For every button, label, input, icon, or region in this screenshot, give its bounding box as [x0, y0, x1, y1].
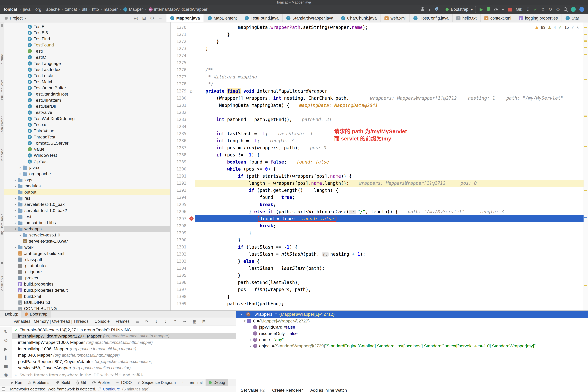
code-line-1281[interactable]: 1281 MappingData mappingData) {mappingDa…: [170, 102, 584, 109]
project-tree-item[interactable]: ▸res: [4, 195, 170, 202]
code-line-1280[interactable]: 1280 (Wrapper[] wrappers, int nesting, C…: [170, 94, 584, 102]
stripe-mark[interactable]: [584, 146, 587, 148]
project-tree-item[interactable]: cTestEl3: [4, 30, 170, 36]
breadcrumb-item[interactable]: tomcat: [64, 7, 77, 12]
code-line-1303[interactable]: 1303 } else {: [170, 258, 584, 265]
line-number-gutter[interactable]: 1270: [170, 24, 194, 31]
build-project-icon[interactable]: [434, 6, 439, 12]
project-tree-item[interactable]: .gitignore: [4, 269, 170, 275]
breadcrumb-item[interactable]: java: [23, 7, 30, 12]
line-number-gutter[interactable]: 1300: [170, 236, 194, 244]
git-push-icon[interactable]: ↥: [541, 7, 545, 12]
editor-tab[interactable]: xweb.xml: [381, 14, 410, 22]
tree-toggle-icon[interactable]: ▸: [13, 215, 18, 218]
line-number-gutter[interactable]: 1282: [170, 109, 194, 116]
line-number-gutter[interactable]: 1291: [170, 172, 194, 180]
project-tree-item[interactable]: ▸tomcat-build-libs: [4, 220, 170, 226]
project-tree-item[interactable]: cTestxx: [4, 122, 170, 128]
project-tree-item[interactable]: ▸servelet-test-1.0: [4, 232, 170, 238]
help-icon[interactable]: [580, 7, 584, 12]
project-tree-item[interactable]: .gitattributes: [4, 262, 170, 269]
project-tree-item[interactable]: output: [4, 189, 170, 195]
line-number-gutter[interactable]: 1303: [170, 258, 194, 265]
breadcrumb-item[interactable]: apache: [46, 7, 60, 12]
status-bar-sequence-diagram[interactable]: ⇄Sequence Diagram: [135, 379, 179, 386]
debug-button[interactable]: [487, 7, 490, 12]
variables-action-add-as-inline-watch[interactable]: Add as Inline Watch: [310, 388, 347, 392]
line-number-gutter[interactable]: 1271: [170, 31, 194, 38]
project-tree-item[interactable]: ▸logs: [4, 177, 170, 183]
variable-row[interactable]: fjspWildCard = false: [236, 324, 588, 330]
project-tree-item[interactable]: x.ant-targets-build.xml: [4, 250, 170, 256]
project-tree-item[interactable]: cTestStandardHost: [4, 91, 170, 97]
editor-tab[interactable]: cHostConfig.java: [410, 14, 452, 22]
code-line-1292[interactable]: 1292 length = wrappers[pos].name.length(…: [170, 180, 584, 187]
project-tree-item[interactable]: ▸javax: [4, 164, 170, 171]
project-tree-item[interactable]: IValue: [4, 146, 170, 152]
project-tree-item[interactable]: ▸modules: [4, 183, 170, 189]
tree-toggle-icon[interactable]: ▸: [13, 221, 18, 224]
tool-window-switcher-icon[interactable]: [3, 381, 6, 384]
project-tree-item[interactable]: ▸work: [4, 244, 170, 250]
stack-frame-row[interactable]: internalMap:1006, Mapper(org.apache.tomc…: [12, 346, 236, 352]
code-line-1287[interactable]: 1287 int pos = find(wrappers, path);pos:…: [170, 144, 584, 152]
project-tree-item[interactable]: cTestFound: [4, 42, 170, 48]
run-to-cursor-icon[interactable]: ⇥: [183, 320, 186, 324]
pause-icon[interactable]: ∥: [5, 356, 7, 360]
profiler-button[interactable]: [494, 7, 498, 12]
project-tree-item[interactable]: xbuild.xml: [4, 294, 170, 300]
code-line-1297[interactable]: 1297✓ found = true;found: false: [170, 215, 584, 222]
breadcrumb-root[interactable]: tomcat: [4, 7, 17, 12]
stop-icon[interactable]: ■: [4, 364, 8, 368]
stripe-mark[interactable]: [584, 40, 587, 42]
variable-row[interactable]: ▸fname = "/my": [236, 336, 588, 343]
tree-toggle-icon[interactable]: ▸: [13, 209, 18, 212]
line-number-gutter[interactable]: 1285: [170, 130, 194, 137]
git-history-icon[interactable]: ⊙: [556, 7, 560, 12]
next-problem-icon[interactable]: ∧: [576, 26, 579, 29]
line-number-gutter[interactable]: 1305: [170, 272, 194, 279]
project-tree-item[interactable]: cTestWebXmlOrdering: [4, 116, 170, 122]
code-line-1299[interactable]: 1299 }: [170, 230, 584, 236]
git-update-icon[interactable]: ↧: [526, 7, 530, 12]
status-bar-terminal[interactable]: Terminal: [179, 379, 206, 386]
tree-toggle-icon[interactable]: ▸: [18, 234, 23, 237]
tool-stripe-json-parser[interactable]: Json Parser: [0, 116, 4, 134]
code-editor[interactable]: 1270 mappingData.wrapperPath.setString(w…: [170, 22, 588, 310]
chevron-down-icon[interactable]: ▾: [25, 17, 26, 20]
code-line-1289[interactable]: 1289 boolean found = false;found: false: [170, 158, 584, 166]
status-bar-problems[interactable]: ⚠Problems: [25, 379, 52, 386]
stack-frame-row[interactable]: internalMapWrapper:1060, Mapper(org.apac…: [12, 340, 236, 346]
status-bar-profiler[interactable]: Profiler: [89, 379, 113, 386]
project-panel-header[interactable]: Project ▾ ◎ ⊟ ⚙ −: [0, 14, 166, 22]
code-line-1282[interactable]: 1282: [170, 109, 584, 116]
code-line-1304[interactable]: 1304 lastSlash = lastSlash(path);: [170, 265, 584, 272]
evaluate-expression-icon[interactable]: ▦: [192, 320, 196, 324]
code-line-1276[interactable]: 1276 /**: [170, 66, 584, 74]
line-number-gutter[interactable]: 1306: [170, 279, 194, 286]
code-line-1307[interactable]: 1307 pos = find(wrappers, path);: [170, 286, 584, 293]
collapse-all-icon[interactable]: ⊟: [142, 16, 146, 20]
line-number-gutter[interactable]: 1272: [170, 38, 194, 45]
run-configuration-select[interactable]: Bootstrap ▾: [442, 6, 476, 13]
code-line-1296[interactable]: 1296 } else if (path.startsWithIgnoreCas…: [170, 208, 584, 215]
project-tree-item[interactable]: ▸servelet-test-1.0_bak: [4, 202, 170, 208]
project-tree-item[interactable]: cThreadTest: [4, 134, 170, 140]
tree-toggle-icon[interactable]: ▾: [242, 319, 247, 323]
variable-row[interactable]: ▸fobject = {StandardWrapper@2729} "Stand…: [236, 343, 588, 349]
line-number-gutter[interactable]: 1290: [170, 166, 194, 172]
line-number-gutter[interactable]: 1309: [170, 300, 194, 307]
line-number-gutter[interactable]: 1274: [170, 52, 194, 59]
project-tree-item[interactable]: ITestI: [4, 48, 170, 54]
project-tree-item[interactable]: ▸test: [4, 214, 170, 220]
tree-toggle-icon[interactable]: ▸: [18, 166, 23, 170]
line-number-gutter[interactable]: 1307: [170, 286, 194, 293]
line-number-gutter[interactable]: 1283: [170, 116, 194, 123]
status-bar-build[interactable]: Build: [52, 379, 73, 386]
locate-file-icon[interactable]: ◎: [134, 16, 138, 20]
line-number-gutter[interactable]: 1287: [170, 144, 194, 152]
project-tree-item[interactable]: tCONTRIBUTING: [4, 306, 170, 310]
project-tree-item[interactable]: cTestLastIndex: [4, 66, 170, 72]
code-line-1274[interactable]: 1274: [170, 52, 584, 59]
project-tree-item[interactable]: ▸servelet-test-1.0_bak2: [4, 208, 170, 214]
